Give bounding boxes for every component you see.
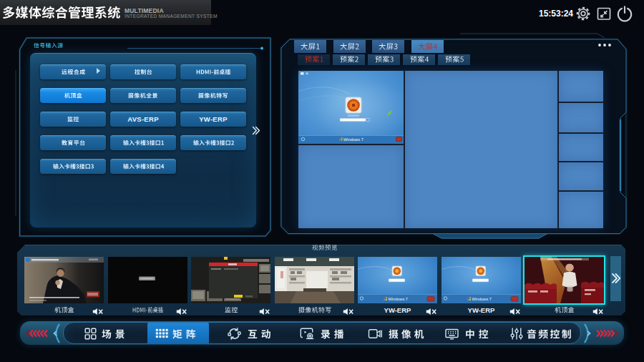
svg-text:Windows 7: Windows 7 xyxy=(472,297,492,301)
svg-text:Windows 7: Windows 7 xyxy=(343,137,364,142)
svg-text:Windows 7: Windows 7 xyxy=(389,297,408,301)
